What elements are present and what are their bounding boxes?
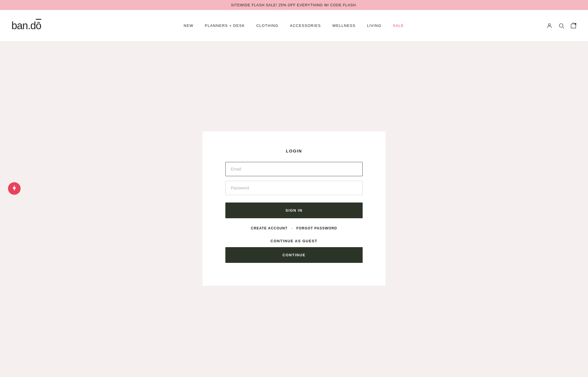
email-field[interactable]	[225, 162, 363, 176]
nav-item-living[interactable]: LIVING	[367, 23, 381, 28]
email-group	[225, 162, 363, 176]
svg-point-5	[14, 186, 15, 187]
password-field[interactable]	[225, 181, 363, 195]
nav-item-planners-desk[interactable]: PLANNERS + DESK	[205, 23, 245, 28]
nav-item-clothing[interactable]: CLOTHING	[256, 23, 279, 28]
account-icon[interactable]	[546, 23, 553, 29]
forgot-password-link[interactable]: FORGOT PASSWORD	[296, 226, 337, 230]
svg-line-2	[563, 27, 564, 28]
site-logo[interactable]: ban.dō	[11, 20, 41, 32]
accessibility-button[interactable]	[8, 182, 21, 195]
guest-section-label: CONTINUE AS GUEST	[225, 239, 363, 243]
svg-point-4	[575, 23, 577, 25]
separator-dot: •	[291, 227, 292, 230]
login-card: LOGIN SIGN IN CREATE ACCOUNT • FORGOT PA…	[202, 131, 386, 286]
login-title: LOGIN	[225, 148, 363, 153]
main-content: LOGIN SIGN IN CREATE ACCOUNT • FORGOT PA…	[0, 41, 588, 376]
site-header: ban.dō NEW PLANNERS + DESK CLOTHING ACCE…	[0, 10, 588, 41]
nav-item-new[interactable]: NEW	[184, 23, 193, 28]
svg-point-0	[548, 23, 550, 25]
continue-button[interactable]: CONTINUE	[225, 247, 363, 263]
main-nav: NEW PLANNERS + DESK CLOTHING ACCESSORIES…	[184, 23, 404, 28]
svg-point-1	[559, 23, 563, 27]
nav-item-sale[interactable]: SALE	[393, 23, 404, 28]
promo-banner: SITEWIDE FLASH SALE! 25% OFF EVERYTHING …	[0, 0, 588, 10]
password-group	[225, 181, 363, 195]
search-icon[interactable]	[558, 23, 565, 29]
guest-section: CONTINUE AS GUEST CONTINUE	[225, 239, 363, 263]
sign-in-button[interactable]: SIGN IN	[225, 203, 363, 218]
nav-item-wellness[interactable]: WELLNESS	[332, 23, 355, 28]
create-account-link[interactable]: CREATE ACCOUNT	[251, 226, 287, 230]
account-links: CREATE ACCOUNT • FORGOT PASSWORD	[225, 226, 363, 230]
header-icons	[546, 23, 577, 29]
accessibility-icon	[11, 185, 18, 192]
banner-text: SITEWIDE FLASH SALE! 25% OFF EVERYTHING …	[231, 3, 357, 7]
nav-item-accessories[interactable]: ACCESSORIES	[290, 23, 321, 28]
cart-icon[interactable]	[570, 23, 577, 29]
